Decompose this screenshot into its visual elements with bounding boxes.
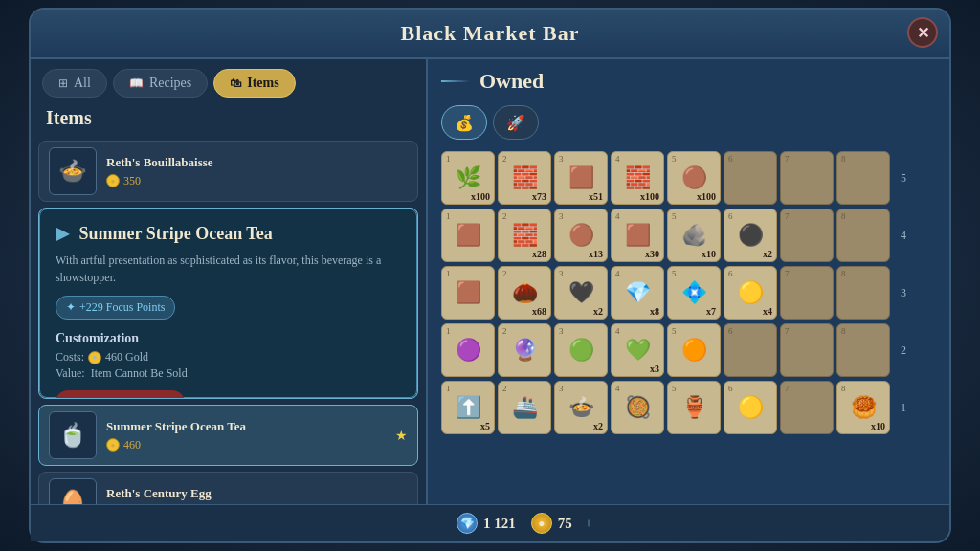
filter-bar: 💰 🚀: [441, 105, 936, 140]
grid-icon: ⊞: [58, 77, 68, 91]
modal-title: Black Market Bar: [400, 21, 579, 45]
item-image: 🍵: [49, 411, 97, 459]
inv-slot[interactable]: 5🪨x10: [667, 209, 721, 262]
inv-slot[interactable]: 8: [836, 209, 890, 262]
inv-slot[interactable]: 6🟡x4: [724, 266, 777, 320]
right-panel: Owned 💰 🚀 1🌿x100 2🧱x73 3🟫x51 4🧱x100 5🟤x1…: [428, 59, 949, 504]
modal: Black Market Bar ✕ ⊞ All 📖 Recipes 🛍 Ite…: [29, 8, 951, 543]
inv-slot[interactable]: 4🥘: [611, 381, 664, 434]
inventory-row: 1⬆️x5 2🚢 3🍲x2 4🥘 5🏺 6🟡 7 8🥮x10 1: [441, 381, 936, 434]
detail-title: ▶ Summer Stripe Ocean Tea: [56, 223, 401, 244]
inv-slot[interactable]: 7: [780, 266, 834, 320]
gem-count: 1 121: [483, 516, 516, 532]
list-item[interactable]: 🍵 Summer Stripe Ocean Tea ● 460 ★: [38, 405, 418, 466]
inv-slot[interactable]: 8: [836, 266, 890, 320]
inv-slot[interactable]: 7: [780, 381, 834, 434]
inv-slot[interactable]: 7: [780, 151, 834, 205]
customization-title: Customization: [56, 331, 401, 346]
inv-slot[interactable]: 8🥮x10: [836, 381, 890, 434]
row-number: 4: [893, 229, 906, 243]
inv-slot[interactable]: 6: [724, 151, 777, 205]
tab-items[interactable]: 🛍 Items: [213, 69, 295, 98]
inv-slot[interactable]: 1⬆️x5: [441, 381, 495, 434]
customization-section: Customization Costs: ● 460 Gold Value: I…: [56, 331, 401, 381]
inv-slot[interactable]: 2🧱x73: [498, 151, 551, 205]
inv-slot[interactable]: 7: [780, 209, 834, 262]
detail-description: With artful presentation as sophisticate…: [56, 252, 401, 286]
inv-slot[interactable]: 5🏺: [667, 381, 721, 434]
inventory-row: 1🟣 2🔮 3🟢 4💚x3 5🟠 6 7 8 2: [441, 323, 936, 377]
inv-slot[interactable]: 5🟤x100: [667, 151, 721, 205]
owned-divider: [441, 80, 470, 82]
coin-icon: ●: [531, 513, 552, 534]
item-detail-card: ▶ Summer Stripe Ocean Tea With artful pr…: [39, 209, 417, 398]
item-price: ● 350: [106, 174, 408, 188]
star-icon: ★: [395, 428, 408, 444]
footer-right: 💎 1 121 ● 75: [457, 513, 590, 534]
inv-slot[interactable]: 2🚢: [498, 381, 551, 434]
inv-slot[interactable]: 2🧱x28: [498, 209, 551, 262]
inv-slot[interactable]: 4🟫x30: [611, 209, 664, 262]
close-button[interactable]: ✕: [907, 17, 938, 48]
item-name: Reth's Century Egg: [106, 486, 408, 501]
footer: 💎 1 121 ● 75: [31, 504, 949, 541]
row-number: 2: [893, 343, 906, 358]
inv-slot[interactable]: 8: [836, 151, 890, 205]
focus-icon: ✦: [66, 300, 76, 315]
inv-slot[interactable]: 2🔮: [498, 323, 551, 377]
tab-all[interactable]: ⊞ All: [42, 69, 107, 98]
item-image: 🥚: [49, 478, 97, 504]
tab-recipes[interactable]: 📖 Recipes: [113, 69, 208, 98]
inv-slot[interactable]: 3🍲x2: [554, 381, 608, 434]
inv-slot[interactable]: 3🖤x2: [554, 266, 608, 320]
modal-body: ⊞ All 📖 Recipes 🛍 Items Items 🍲: [31, 59, 949, 504]
inv-slot[interactable]: 1🟫: [441, 266, 495, 320]
insufficient-funds-button[interactable]: Insufficient Funds: [56, 390, 185, 399]
gem-icon: 💎: [457, 513, 478, 534]
inv-slot[interactable]: 5🟠: [667, 323, 721, 377]
row-number: 1: [893, 401, 906, 415]
coin-icon: ●: [88, 351, 101, 364]
item-info: Summer Stripe Ocean Tea ● 460: [106, 419, 386, 452]
item-price: ● 460: [106, 438, 386, 452]
inv-slot[interactable]: 3🟫x51: [554, 151, 608, 205]
inv-slot[interactable]: 1🌿x100: [441, 151, 495, 205]
inv-slot[interactable]: 1🟫: [441, 209, 495, 262]
list-item[interactable]: ▶ Summer Stripe Ocean Tea With artful pr…: [38, 208, 418, 399]
gem-stat: 💎 1 121: [457, 513, 516, 534]
coin-icon: ●: [106, 174, 120, 187]
list-item[interactable]: 🍲 Reth's Bouillabaisse ● 350: [38, 141, 418, 202]
tab-bar: ⊞ All 📖 Recipes 🛍 Items: [31, 59, 426, 103]
inv-slot[interactable]: 3🟢: [554, 323, 608, 377]
inventory-row: 1🟫 2🧱x28 3🟤x13 4🟫x30 5🪨x10 6⚫x2 7 8 4: [441, 209, 936, 262]
owned-header: Owned: [441, 69, 936, 94]
inv-slot[interactable]: 2🌰x68: [498, 266, 551, 320]
footer-bar: [588, 519, 590, 527]
inv-slot[interactable]: 1🟣: [441, 323, 495, 377]
modal-header: Black Market Bar ✕: [31, 10, 949, 59]
item-info: Reth's Bouillabaisse ● 350: [106, 155, 408, 188]
coin-icon: ●: [106, 438, 120, 452]
inv-slot[interactable]: 4🧱x100: [611, 151, 664, 205]
coin-count: 75: [558, 516, 572, 532]
filter-bag-button[interactable]: 💰: [441, 105, 487, 140]
inventory-grid: 1🌿x100 2🧱x73 3🟫x51 4🧱x100 5🟤x100 6 7 8 5…: [441, 151, 936, 495]
item-name: Summer Stripe Ocean Tea: [106, 419, 386, 434]
filter-rocket-button[interactable]: 🚀: [493, 105, 539, 140]
list-item[interactable]: 🥚 Reth's Century Egg ● 150: [38, 472, 418, 504]
inv-slot[interactable]: 3🟤x13: [554, 209, 608, 262]
inv-slot[interactable]: 4💚x3: [611, 323, 664, 377]
item-image: 🍲: [49, 147, 97, 195]
inv-slot[interactable]: 6: [724, 323, 777, 377]
item-name: Reth's Bouillabaisse: [106, 155, 408, 170]
items-icon: 🛍: [230, 77, 241, 91]
inv-slot[interactable]: 8: [836, 323, 890, 377]
inv-slot[interactable]: 4💎x8: [611, 266, 664, 320]
items-list: 🍲 Reth's Bouillabaisse ● 350 ▶: [31, 137, 426, 504]
inv-slot[interactable]: 5💠x7: [667, 266, 721, 320]
book-icon: 📖: [129, 77, 144, 91]
inventory-row: 1🌿x100 2🧱x73 3🟫x51 4🧱x100 5🟤x100 6 7 8 5: [441, 151, 936, 205]
inv-slot[interactable]: 7: [780, 323, 834, 377]
inv-slot[interactable]: 6⚫x2: [724, 209, 777, 262]
inv-slot[interactable]: 6🟡: [724, 381, 777, 434]
